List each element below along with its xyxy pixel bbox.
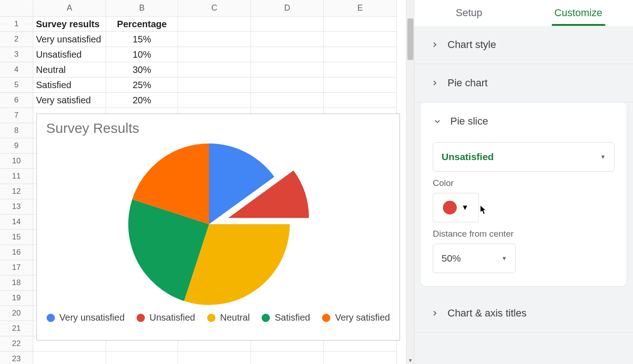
cell[interactable] [324,93,397,108]
row-head-14[interactable]: 14 [0,215,33,230]
col-head-b[interactable]: B [106,0,178,17]
row-head-15[interactable]: 15 [0,230,33,245]
cell[interactable] [324,17,397,32]
legend-item[interactable]: Satisfied [262,312,310,323]
vertical-scrollbar[interactable]: ▼ [406,0,414,364]
distance-select[interactable]: 50% ▼ [433,244,516,273]
cell[interactable]: Satisfied [33,78,106,93]
tab-setup[interactable]: Setup [414,0,524,26]
row-head-20[interactable]: 20 [0,306,33,321]
tab-customize[interactable]: Customize [524,0,633,26]
cell[interactable]: 30% [106,62,178,78]
legend-swatch-icon [262,314,270,322]
cell[interactable]: Very unsatisfied [33,32,106,47]
row-head-18[interactable]: 18 [0,275,33,291]
cell[interactable] [324,62,397,78]
row-head-5[interactable]: 5 [0,78,33,93]
pie-chart-svg[interactable] [112,139,324,310]
row-head-9[interactable]: 9 [0,138,33,154]
cell[interactable]: 10% [106,47,178,62]
panel-body: Chart style Pie chart Pie slice [414,26,633,364]
dropdown-caret-icon: ▼ [502,255,507,262]
legend-label: Neutral [220,312,250,323]
section-label: Pie slice [450,115,488,127]
legend-swatch-icon [207,314,215,322]
section-pie-slice: Pie slice Unsatisfied ▼ Color ▼ [421,102,627,286]
cell[interactable] [178,352,251,364]
cell[interactable]: Percentage [106,17,178,32]
cell[interactable]: Survey results [33,17,106,32]
cell[interactable] [251,47,324,62]
row-head-19[interactable]: 19 [0,291,33,306]
cell[interactable] [178,47,251,62]
col-head-d[interactable]: D [251,0,324,17]
cell[interactable] [106,352,178,364]
section-head-chart-axis-titles[interactable]: Chart & axis titles [414,294,633,332]
cell[interactable] [251,93,324,108]
row-head-10[interactable]: 10 [0,154,33,169]
dropdown-caret-icon: ▼ [461,203,469,212]
slice-select[interactable]: Unsatisfied ▼ [433,142,615,172]
cell[interactable] [251,78,324,93]
col-head-c[interactable]: C [178,0,251,17]
row-head-3[interactable]: 3 [0,47,33,62]
row-head-22[interactable]: 22 [0,336,33,352]
cell[interactable]: Unsatisfied [33,47,106,62]
cell[interactable]: 25% [106,78,178,93]
scrollbar-thumb[interactable] [407,18,413,60]
cell[interactable] [251,17,324,32]
row-head-16[interactable]: 16 [0,245,33,260]
cell[interactable] [251,62,324,78]
row-head-8[interactable]: 8 [0,123,33,138]
row-head-7[interactable]: 7 [0,108,33,123]
cell[interactable] [178,93,251,108]
slice-selector-field: Unsatisfied ▼ [433,142,615,172]
row-head-12[interactable]: 12 [0,184,33,199]
cell[interactable] [178,17,251,32]
cell[interactable]: Very satisfied [33,93,106,108]
cell[interactable] [178,62,251,78]
col-head-a[interactable]: A [33,0,106,17]
cell[interactable] [324,352,397,364]
row-head-13[interactable]: 13 [0,199,33,215]
col-head-e[interactable]: E [324,0,397,17]
select-all-corner[interactable] [0,0,33,17]
section-head-pie-chart[interactable]: Pie chart [414,64,633,102]
cell[interactable] [324,47,397,62]
cell[interactable] [324,32,397,47]
embedded-chart[interactable]: Survey Results Very unsatisfiedUnsatisfi… [36,113,400,340]
cell[interactable]: 20% [106,93,178,108]
cell[interactable] [178,32,251,47]
cell[interactable] [324,78,397,93]
cell[interactable] [251,32,324,47]
row-head-6[interactable]: 6 [0,93,33,108]
section-pie-chart: Pie chart [414,64,633,102]
scrollbar-down-arrow-icon[interactable]: ▼ [408,358,413,363]
section-head-chart-style[interactable]: Chart style [414,26,633,64]
color-picker[interactable]: ▼ [433,193,479,222]
section-label: Chart style [448,39,496,51]
cell[interactable] [251,352,324,364]
row-head-1[interactable]: 1 [0,17,33,32]
row-head-11[interactable]: 11 [0,169,33,184]
legend-item[interactable]: Unsatisfied [137,312,195,323]
row-head-2[interactable]: 2 [0,32,33,47]
legend-item[interactable]: Neutral [207,312,250,323]
row-head-4[interactable]: 4 [0,62,33,78]
cell[interactable] [33,352,106,364]
cell[interactable] [178,78,251,93]
cell[interactable]: Neutral [33,62,106,78]
pie-wrap [46,139,390,310]
section-head-pie-slice[interactable]: Pie slice [431,112,616,136]
chart-editor-panel: Setup Customize Chart style Pie chart [414,0,633,364]
legend-item[interactable]: Very unsatisfied [47,312,125,323]
color-swatch [443,201,457,215]
row-head-23[interactable]: 23 [0,352,33,364]
cell[interactable]: 15% [106,32,178,47]
row-head-21[interactable]: 21 [0,321,33,336]
section-chart-style: Chart style [414,26,633,64]
color-label: Color [433,178,615,188]
row-head-17[interactable]: 17 [0,260,33,275]
legend-item[interactable]: Very satisfied [322,312,390,323]
row-headers: 1234567891011121314151617181920212223 [0,17,33,364]
